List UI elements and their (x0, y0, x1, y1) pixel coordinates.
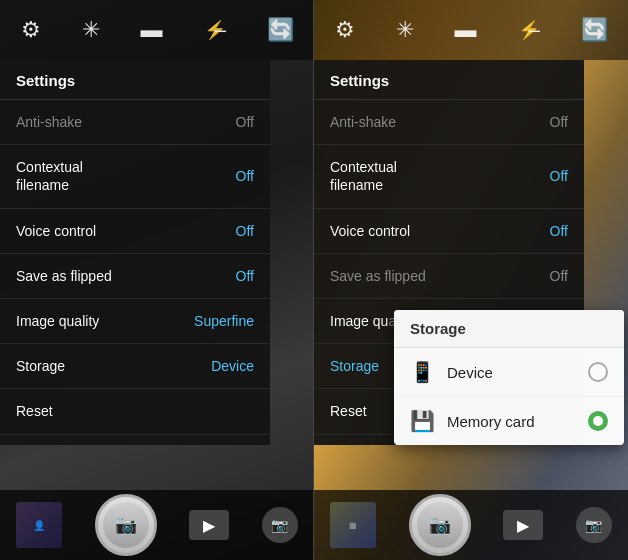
reset-label-left: Reset (16, 402, 53, 420)
flash-icon-right[interactable]: ⚡̶ (518, 19, 540, 41)
shutter-button-left[interactable]: 📷 (95, 494, 157, 556)
toolbar-left: ⚙ ✳ ▬ ⚡̶ 🔄 (0, 0, 314, 60)
brightness-icon-right[interactable]: ✳ (396, 17, 414, 43)
settings-row-voice-right[interactable]: Voice control Off (314, 209, 584, 254)
shutter-inner-right: 📷 (417, 502, 463, 548)
settings-row-antishake-left[interactable]: Anti-shake Off (0, 100, 270, 145)
antishake-value-right: Off (550, 114, 568, 130)
settings-row-contextual-right[interactable]: Contextualfilename Off (314, 145, 584, 208)
antishake-label-right: Anti-shake (330, 113, 396, 131)
device-storage-radio[interactable] (588, 362, 608, 382)
quality-value-left: Superfine (194, 313, 254, 329)
flipped-label-right: Save as flipped (330, 267, 426, 285)
thumbnail-right[interactable]: ▦ (330, 502, 376, 548)
panel-divider (313, 0, 314, 560)
voice-value-right: Off (550, 223, 568, 239)
settings-row-contextual-left[interactable]: Contextualfilename Off (0, 145, 270, 208)
brightness-icon-left[interactable]: ✳ (82, 17, 100, 43)
settings-panel-left: Settings Anti-shake Off Contextualfilena… (0, 60, 270, 445)
video-icon-right: ▶ (517, 516, 529, 535)
small-camera-button-right[interactable]: 📷 (576, 507, 612, 543)
settings-row-flipped-left[interactable]: Save as flipped Off (0, 254, 270, 299)
storage-value-left: Device (211, 358, 254, 374)
storage-option-device[interactable]: 📱 Device (394, 348, 624, 397)
flash-icon-left[interactable]: ⚡̶ (204, 19, 226, 41)
settings-title-right: Settings (314, 60, 584, 100)
bottom-bar-left: 👤 📷 ▶ 📷 (0, 490, 314, 560)
settings-title-left: Settings (0, 60, 270, 100)
storage-label-left: Storage (16, 357, 65, 375)
shutter-button-right[interactable]: 📷 (409, 494, 471, 556)
memorycard-storage-radio[interactable] (588, 411, 608, 431)
small-camera-icon-right: 📷 (585, 517, 602, 533)
flipped-value-left: Off (236, 268, 254, 284)
toolbar-right: ⚙ ✳ ▬ ⚡̶ 🔄 (314, 0, 628, 60)
storage-popup: Storage 📱 Device 💾 Memory card (394, 310, 624, 445)
aspect-ratio-icon-right[interactable]: ▬ (455, 17, 477, 43)
camera-icon-right: 📷 (429, 514, 451, 536)
device-storage-icon: 📱 (410, 360, 435, 384)
thumb-icon-left: 👤 (33, 520, 45, 531)
memorycard-storage-icon: 💾 (410, 409, 435, 433)
voice-label-right: Voice control (330, 222, 410, 240)
voice-value-left: Off (236, 223, 254, 239)
settings-row-reset-left[interactable]: Reset (0, 389, 270, 434)
antishake-label-left: Anti-shake (16, 113, 82, 131)
voice-label-left: Voice control (16, 222, 96, 240)
contextual-label-left: Contextualfilename (16, 158, 83, 194)
contextual-value-left: Off (236, 168, 254, 184)
aspect-ratio-icon-left[interactable]: ▬ (141, 17, 163, 43)
video-icon-left: ▶ (203, 516, 215, 535)
reset-label-right: Reset (330, 402, 367, 420)
settings-row-quality-left[interactable]: Image quality Superfine (0, 299, 270, 344)
memorycard-storage-label: Memory card (447, 413, 588, 430)
antishake-value-left: Off (236, 114, 254, 130)
thumb-icon-right: ▦ (349, 521, 357, 530)
contextual-value-right: Off (550, 168, 568, 184)
thumbnail-left[interactable]: 👤 (16, 502, 62, 548)
storage-label-right: Storage (330, 357, 379, 375)
storage-option-memorycard[interactable]: 💾 Memory card (394, 397, 624, 445)
left-panel: ⚙ ✳ ▬ ⚡̶ 🔄 Settings Anti-shake Off Conte… (0, 0, 314, 560)
flipped-label-left: Save as flipped (16, 267, 112, 285)
video-button-left[interactable]: ▶ (189, 510, 229, 540)
settings-icon-left[interactable]: ⚙ (21, 17, 41, 43)
rotate-camera-icon-left[interactable]: 🔄 (267, 17, 294, 43)
flipped-value-right: Off (550, 268, 568, 284)
video-button-right[interactable]: ▶ (503, 510, 543, 540)
settings-row-storage-left[interactable]: Storage Device (0, 344, 270, 389)
settings-row-antishake-right[interactable]: Anti-shake Off (314, 100, 584, 145)
rotate-camera-icon-right[interactable]: 🔄 (581, 17, 608, 43)
camera-icon-left: 📷 (115, 514, 137, 536)
device-storage-label: Device (447, 364, 588, 381)
right-panel: ⚙ ✳ ▬ ⚡̶ 🔄 Settings Anti-shake Off Conte… (314, 0, 628, 560)
small-camera-icon-left: 📷 (271, 517, 288, 533)
settings-icon-right[interactable]: ⚙ (335, 17, 355, 43)
quality-label-left: Image quality (16, 312, 99, 330)
small-camera-button-left[interactable]: 📷 (262, 507, 298, 543)
shutter-inner-left: 📷 (103, 502, 149, 548)
settings-row-voice-left[interactable]: Voice control Off (0, 209, 270, 254)
contextual-label-right: Contextualfilename (330, 158, 397, 194)
bottom-bar-right: ▦ 📷 ▶ 📷 (314, 490, 628, 560)
storage-popup-title: Storage (394, 310, 624, 348)
settings-row-flipped-right[interactable]: Save as flipped Off (314, 254, 584, 299)
